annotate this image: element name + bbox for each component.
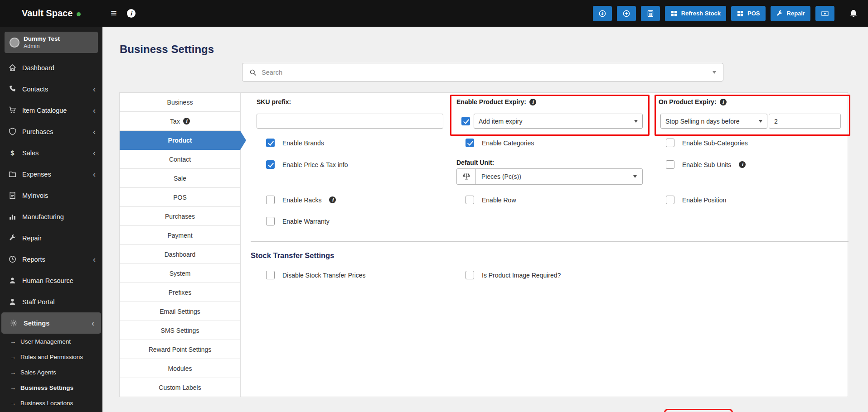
tab-prefixes[interactable]: Prefixes: [120, 283, 240, 302]
brand[interactable]: Vault Space: [0, 8, 81, 19]
chevron-left-icon: ‹: [93, 255, 96, 263]
sku-prefix-input[interactable]: [257, 114, 443, 129]
enable-racks-checkbox[interactable]: Enable Racks i: [266, 196, 336, 204]
add-button[interactable]: [617, 6, 636, 21]
main-content: Business Settings Search Business Tax i …: [102, 27, 868, 412]
hamburger-icon[interactable]: ≡: [111, 8, 116, 19]
brand-name: Vault Space: [22, 8, 73, 19]
tab-system[interactable]: System: [120, 264, 240, 283]
gear-icon: [10, 319, 18, 327]
sidebar-item-repair[interactable]: Repair: [0, 227, 102, 249]
enable-price-tax-checkbox[interactable]: Enable Price & Tax info: [266, 160, 348, 169]
enable-brands-checkbox[interactable]: Enable Brands: [266, 139, 324, 147]
sidebar-item-reports[interactable]: Reports ‹: [0, 249, 102, 270]
bell-icon[interactable]: [849, 9, 858, 18]
svg-text:$: $: [10, 149, 15, 157]
search-placeholder: Search: [262, 69, 282, 76]
default-unit-select[interactable]: Pieces (Pc(s)): [456, 168, 643, 185]
chevron-left-icon: ‹: [92, 319, 94, 327]
tab-email-settings[interactable]: Email Settings: [120, 302, 240, 321]
default-unit-label: Default Unit:: [456, 159, 494, 166]
expiry-days-input[interactable]: [769, 114, 841, 129]
refresh-stock-button[interactable]: Refresh Stock: [665, 6, 726, 21]
tab-business[interactable]: Business: [120, 93, 240, 112]
info-icon[interactable]: i: [720, 99, 727, 105]
tab-modules[interactable]: Modules: [120, 359, 240, 378]
sidebar-subitem-business-locations[interactable]: → Business Locations: [0, 395, 102, 411]
enable-sub-categories-checkbox[interactable]: Enable Sub-Categories: [666, 139, 748, 147]
sidebar-item-item-catalogue[interactable]: Item Catalogue ‹: [0, 100, 102, 121]
invoice-icon: [9, 192, 16, 199]
enable-row-checkbox[interactable]: Enable Row: [466, 196, 516, 204]
tab-pos[interactable]: POS: [120, 188, 240, 207]
enable-categories-checkbox[interactable]: Enable Categories: [466, 139, 534, 147]
disable-stock-transfer-prices-checkbox[interactable]: Disable Stock Transfer Prices: [266, 271, 366, 279]
sidebar-item-purchases[interactable]: Purchases ‹: [0, 121, 102, 142]
grid-icon: [670, 10, 678, 17]
sidebar-item-human-resource[interactable]: Human Resource: [0, 270, 102, 291]
sidebar-item-staff-portal[interactable]: Staff Portal: [0, 291, 102, 312]
calculator-button[interactable]: [641, 6, 660, 21]
phone-icon: [9, 85, 16, 93]
arrow-right-icon: →: [10, 338, 16, 345]
info-icon[interactable]: i: [329, 196, 336, 203]
tab-reward-point-settings[interactable]: Reward Point Settings: [120, 340, 240, 359]
search-icon: [249, 69, 257, 76]
tab-tax[interactable]: Tax i: [120, 112, 240, 131]
enable-position-checkbox[interactable]: Enable Position: [666, 196, 726, 204]
cash-register-button[interactable]: [815, 6, 834, 21]
clock-icon: [9, 255, 16, 263]
pos-button[interactable]: POS: [731, 6, 765, 21]
grid-icon: [737, 10, 744, 17]
sidebar-item-sales[interactable]: $ Sales ‹: [0, 142, 102, 163]
arrow-right-icon: →: [10, 384, 16, 391]
sidebar-item-expenses[interactable]: Expenses ‹: [0, 163, 102, 185]
on-product-expiry-select[interactable]: Stop Selling n days before: [660, 114, 767, 129]
tab-payment[interactable]: Payment: [120, 226, 240, 245]
info-icon[interactable]: i: [127, 9, 136, 18]
sidebar-item-dashboard[interactable]: Dashboard: [0, 57, 102, 78]
section-divider: [251, 241, 849, 242]
product-expiry-checkbox[interactable]: [461, 117, 470, 125]
sidebar-subitem-sales-agents[interactable]: → Sales Agents: [0, 364, 102, 380]
settings-search[interactable]: Search: [242, 63, 723, 81]
sidebar-item-manufacturing[interactable]: Manufacturing: [0, 206, 102, 227]
scale-icon: [457, 169, 476, 184]
shield-icon: [9, 128, 16, 135]
sidebar-item-contacts[interactable]: Contacts ‹: [0, 78, 102, 100]
sidebar-subitem-user-management[interactable]: → User Management: [0, 334, 102, 349]
is-product-image-required-checkbox[interactable]: Is Product Image Required?: [466, 271, 561, 279]
repair-button[interactable]: Repair: [771, 6, 810, 21]
download-button[interactable]: [593, 6, 612, 21]
dollar-icon: $: [9, 149, 16, 157]
tab-sms-settings[interactable]: SMS Settings: [120, 321, 240, 340]
tab-dashboard[interactable]: Dashboard: [120, 245, 240, 264]
sidebar-menu: Dashboard Contacts ‹ Item Catalogue ‹ Pu…: [0, 57, 102, 334]
product-settings-panel: SKU prefix: Enable Product Expiry: i Add…: [241, 93, 848, 397]
top-navbar: Vault Space ≡ i Refresh Stock: [0, 0, 868, 27]
cart-icon: [9, 106, 16, 114]
tab-sale[interactable]: Sale: [120, 169, 240, 188]
tab-purchases[interactable]: Purchases: [120, 207, 240, 226]
sku-prefix-label: SKU prefix:: [257, 98, 291, 105]
sidebar-subitem-business-settings[interactable]: → Business Settings: [0, 380, 102, 395]
info-icon[interactable]: i: [183, 118, 190, 125]
sidebar-item-myinvois[interactable]: MyInvois: [0, 185, 102, 206]
caret-down-icon: [759, 120, 762, 123]
tab-product[interactable]: Product: [120, 131, 240, 150]
avatar: [10, 38, 19, 48]
caret-down-icon: [634, 120, 638, 123]
enable-sub-units-checkbox[interactable]: Enable Sub Units i: [666, 160, 746, 169]
chevron-left-icon: ‹: [93, 128, 96, 136]
info-icon[interactable]: i: [739, 161, 746, 168]
banknote-icon: [821, 10, 829, 17]
sidebar-item-settings[interactable]: Settings ‹: [1, 312, 101, 334]
sidebar-subitem-roles-and-permissions[interactable]: → Roles and Permissions: [0, 349, 102, 364]
folder-icon: [9, 170, 16, 178]
user-box[interactable]: Dummy Test Admin: [5, 32, 98, 53]
tab-contact[interactable]: Contact: [120, 150, 240, 169]
product-expiry-select[interactable]: Add item expiry: [474, 114, 643, 129]
tab-custom-labels[interactable]: Custom Labels: [120, 378, 240, 397]
enable-warranty-checkbox[interactable]: Enable Warranty: [266, 217, 330, 225]
info-icon[interactable]: i: [529, 99, 536, 105]
